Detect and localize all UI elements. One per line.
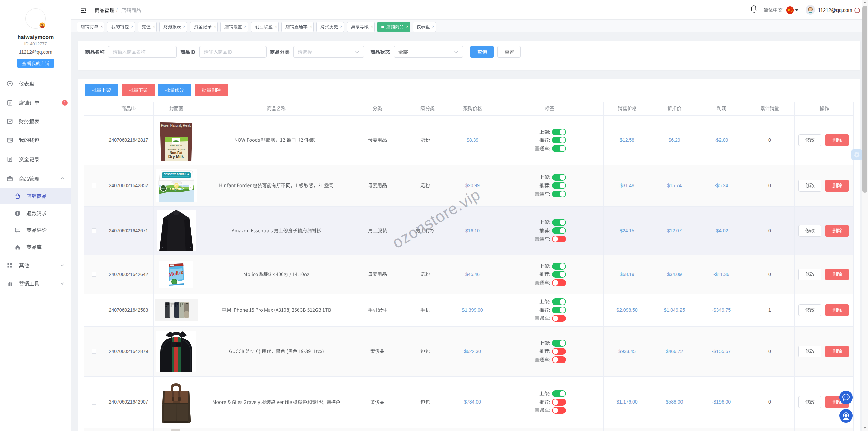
svg-text:Organic: Organic (169, 186, 184, 191)
svg-text:Dry Milk: Dry Milk (168, 154, 184, 159)
svg-text:Certified Organic: Certified Organic (166, 148, 186, 151)
svg-text:1: 1 (190, 186, 191, 189)
svg-text:Pure, Natural, Real.: Pure, Natural, Real. (161, 124, 191, 128)
svg-text:SENSITIVE FORMULA: SENSITIVE FORMULA (164, 173, 189, 175)
svg-text:Happybaby: Happybaby (170, 183, 183, 186)
svg-text:REAL FOOD: REAL FOOD (170, 144, 182, 146)
svg-text:USDA: USDA (161, 188, 165, 190)
